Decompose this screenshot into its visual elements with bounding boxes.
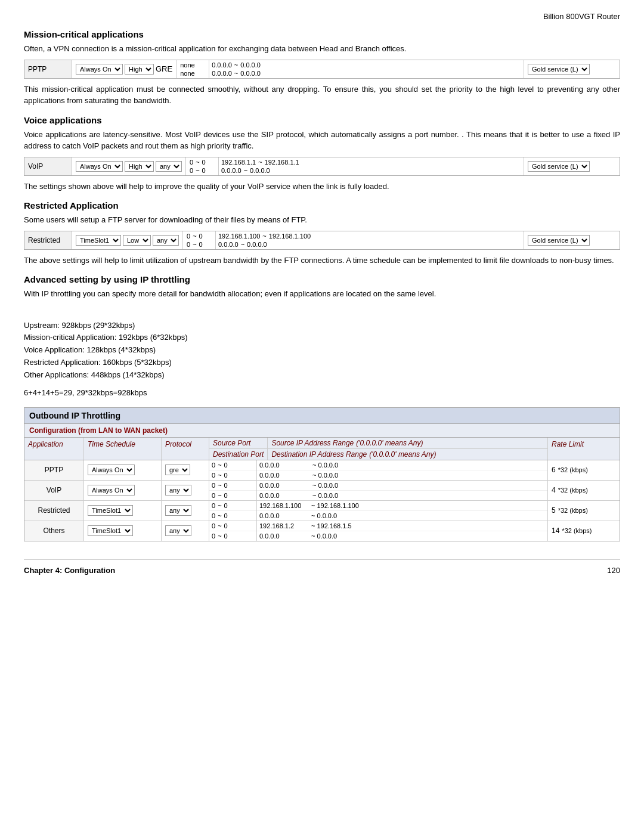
th-time-schedule: Time Schedule (84, 438, 162, 460)
throttling-subtitle: Configuration (from LAN to WAN packet) (24, 424, 620, 438)
upstream-line-5: Other Applications: 448kbps (14*32kbps) (24, 369, 620, 382)
throttle-row-voip: VoIP Always On any 0 ~ 0 0 (24, 481, 620, 501)
pptp-ip1: 0.0.0.0 (212, 61, 232, 69)
restricted-table: Restricted TimeSlot1 Low any 0 ~ 0 0 ~ 0 (24, 231, 620, 250)
td-pptp-proto[interactable]: gre (162, 460, 209, 480)
td-others-ports: 0 ~ 0 0 ~ 0 (209, 521, 257, 541)
pptp-priority-select[interactable]: High (125, 64, 154, 75)
pptp-schedule-control[interactable]: Always On High GRE (72, 60, 177, 78)
td-pptp-app: PPTP (24, 460, 84, 480)
pptp-protocol-label: GRE (156, 64, 172, 73)
voip-port-col: 0 ~ 0 0 ~ 0 (186, 157, 219, 175)
restricted-priority-select[interactable]: Low (123, 235, 151, 246)
th-dst-ip-range: Destination IP Address Range ('0.0.0.0' … (268, 449, 547, 460)
upstream-line-2: Mission-critical Application: 192kbps (6… (24, 332, 620, 344)
voice-para2: The settings shown above will help to im… (24, 181, 620, 193)
td-restricted-proto[interactable]: any (162, 501, 209, 521)
td-others-rate: 14 *32 (kbps) (548, 521, 620, 541)
td-voip-proto[interactable]: any (162, 481, 209, 500)
mission-critical-table: PPTP Always On High GRE none none 0.0.0.… (24, 60, 620, 79)
voip-controls[interactable]: Always On High any (72, 157, 186, 175)
pptp-schedule-select[interactable]: Always On (76, 64, 123, 75)
pptp-service-select[interactable]: Gold service (L) (528, 64, 590, 75)
th-src-ip-range: Source IP Address Range ('0.0.0.0' means… (268, 438, 547, 449)
footer-page-number: 120 (607, 566, 620, 575)
mission-critical-para1: Often, a VPN connection is a mission-cri… (24, 43, 620, 55)
pptp-none-col: none none (177, 60, 209, 78)
td-pptp-ports: 0 ~ 0 0 ~ 0 (209, 460, 257, 480)
restricted-protocol-select[interactable]: any (153, 235, 179, 246)
voip-row: VoIP Always On High any 0 ~ 0 0 ~ 0 (24, 157, 620, 175)
voip-service-select[interactable]: Gold service (L) (528, 161, 590, 172)
td-voip-rate: 4 *32 (kbps) (548, 481, 620, 500)
voip-schedule-select[interactable]: Always On (76, 161, 123, 172)
td-others-proto[interactable]: any (162, 521, 209, 541)
throttle-row-restricted: Restricted TimeSlot1 any 0 ~ 0 0 (24, 501, 620, 521)
voice-heading: Voice applications (24, 115, 620, 125)
router-title: Billion 800VGT Router (543, 12, 620, 21)
td-restricted-app: Restricted (24, 501, 84, 521)
throttle-header: Application Time Schedule Protocol Sourc… (24, 438, 620, 460)
voip-throttle-proto-select[interactable]: any (165, 485, 191, 496)
restricted-service-select[interactable]: Gold service (L) (528, 235, 590, 246)
td-restricted-sched[interactable]: TimeSlot1 (84, 501, 162, 521)
advanced-para1: With IP throttling you can specify more … (24, 288, 620, 300)
restricted-para1: Some users will setup a FTP server for d… (24, 214, 620, 226)
th-rate-limit: Rate Limit (548, 438, 620, 460)
td-pptp-sched[interactable]: Always On (84, 460, 162, 480)
page-header: Billion 800VGT Router (24, 12, 620, 21)
td-voip-ips: 0.0.0.0 ~ 0.0.0.0 0.0.0.0 ~ 0.0.0.0 (257, 481, 548, 500)
others-throttle-sched-select[interactable]: TimeSlot1 (88, 525, 133, 536)
restricted-throttle-proto-select[interactable]: any (165, 505, 191, 516)
td-restricted-ips: 192.168.1.100 ~ 192.168.1.100 0.0.0.0 ~ … (257, 501, 548, 521)
td-voip-app: VoIP (24, 481, 84, 500)
th-port-block: Source Port Destination Port (209, 438, 268, 460)
pptp-label: PPTP (24, 60, 72, 78)
restricted-row: Restricted TimeSlot1 Low any 0 ~ 0 0 ~ 0 (24, 231, 620, 249)
restricted-port-col: 0 ~ 0 0 ~ 0 (183, 231, 216, 249)
voip-throttle-sched-select[interactable]: Always On (88, 485, 135, 496)
td-voip-sched[interactable]: Always On (84, 481, 162, 500)
voip-protocol-select[interactable]: any (156, 161, 182, 172)
restricted-para2: The above settings will help to limit ut… (24, 255, 620, 267)
td-others-sched[interactable]: TimeSlot1 (84, 521, 162, 541)
upstream-line-3: Voice Application: 128kbps (4*32kbps) (24, 344, 620, 357)
th-source-port: Source Port (209, 438, 267, 449)
voip-label: VoIP (24, 157, 72, 175)
formula-text: 6+4+14+5=29, 29*32kbps=928kbps (24, 387, 620, 399)
restricted-schedule-select[interactable]: TimeSlot1 (76, 235, 121, 246)
restricted-heading: Restricted Application (24, 200, 620, 210)
advanced-heading: Advanced setting by using IP throttling (24, 274, 620, 284)
td-restricted-rate: 5 *32 (kbps) (548, 501, 620, 521)
voip-priority-select[interactable]: High (125, 161, 154, 172)
upstream-line-4: Restricted Application: 160kbps (5*32kbp… (24, 357, 620, 369)
voip-ip-col: 192.168.1.1 ~ 192.168.1.1 0.0.0.0 ~ 0.0.… (219, 157, 524, 175)
restricted-throttle-sched-select[interactable]: TimeSlot1 (88, 505, 133, 516)
pptp-ip4: 0.0.0.0 (240, 70, 261, 77)
pptp-throttle-proto-select[interactable]: gre (165, 465, 190, 475)
others-throttle-proto-select[interactable]: any (165, 525, 191, 536)
th-ip-block: Source IP Address Range ('0.0.0.0' means… (268, 438, 548, 460)
restricted-service[interactable]: Gold service (L) (524, 231, 620, 249)
pptp-service[interactable]: Gold service (L) (524, 60, 620, 78)
outbound-throttling-container: Outbound IP Throttling Configuration (fr… (24, 407, 620, 541)
throttle-row-others: Others TimeSlot1 any 0 ~ 0 0 (24, 521, 620, 541)
mission-critical-para2: This mission-critical application must b… (24, 83, 620, 107)
page-footer: Chapter 4: Configuration 120 (24, 559, 620, 575)
th-application: Application (24, 438, 84, 460)
pptp-ip2: 0.0.0.0 (240, 61, 261, 69)
voip-service[interactable]: Gold service (L) (524, 157, 620, 175)
th-dest-port: Destination Port (209, 449, 267, 460)
td-pptp-rate: 6 *32 (kbps) (548, 460, 620, 480)
restricted-label: Restricted (24, 231, 72, 249)
mission-critical-heading: Mission-critical applications (24, 29, 620, 39)
restricted-ip-col: 192.168.1.100 ~ 192.168.1.100 0.0.0.0 ~ … (216, 231, 524, 249)
th-protocol: Protocol (162, 438, 209, 460)
upstream-line-1: Upstream: 928kbps (29*32kbps) (24, 320, 620, 332)
throttle-row-pptp: PPTP Always On gre 0 ~ 0 0 (24, 460, 620, 481)
footer-chapter: Chapter 4: Configuration (24, 566, 115, 575)
voip-table: VoIP Always On High any 0 ~ 0 0 ~ 0 (24, 157, 620, 176)
upstream-text-block: Upstream: 928kbps (29*32kbps) Mission-cr… (24, 320, 620, 382)
pptp-throttle-sched-select[interactable]: Always On (88, 465, 135, 475)
restricted-controls[interactable]: TimeSlot1 Low any (72, 231, 183, 249)
